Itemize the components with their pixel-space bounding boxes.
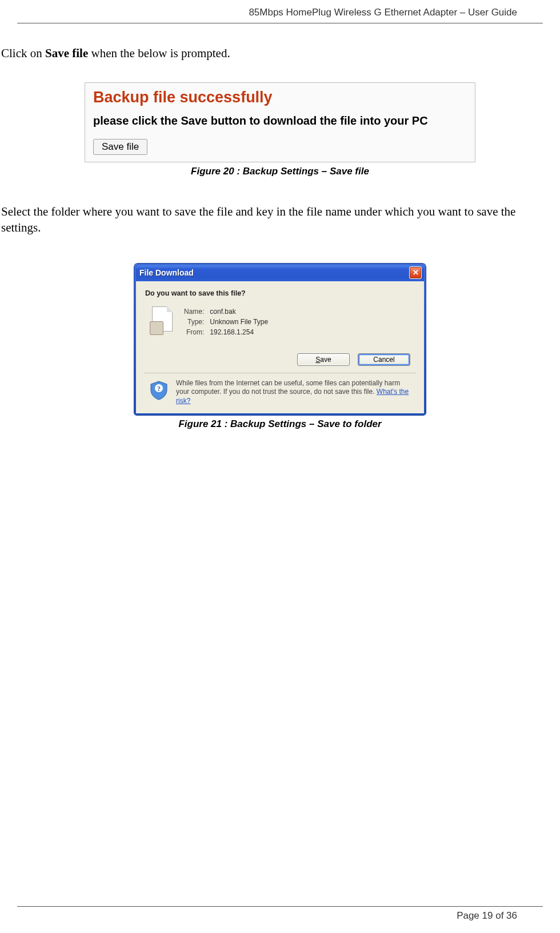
figure-21-caption: Figure 21 : Backup Settings – Save to fo… — [17, 418, 543, 430]
warning-text: While files from the Internet can be use… — [176, 379, 415, 406]
instruction-2: Select the folder where you want to save… — [1, 204, 543, 236]
instruction-1: Click on Save file when the below is pro… — [1, 46, 543, 61]
name-label: Name: — [184, 308, 210, 316]
svg-text:?: ? — [157, 385, 161, 393]
type-value: Unknown File Type — [210, 318, 268, 326]
figure-21: File Download ✕ Do you want to save this… — [17, 264, 543, 430]
dialog-title: File Download — [139, 268, 194, 277]
dialog-body: Do you want to save this file? Name: con… — [136, 281, 424, 414]
cancel-button[interactable]: Cancel — [358, 353, 410, 366]
xp-dialog: File Download ✕ Do you want to save this… — [134, 264, 426, 416]
close-icon[interactable]: ✕ — [409, 266, 422, 279]
header-rule — [17, 23, 543, 23]
warning-body: While files from the Internet can be use… — [176, 379, 400, 396]
save-button-text: ave — [320, 356, 331, 364]
backup-panel: Backup file successfully please click th… — [85, 82, 475, 162]
footer-rule — [17, 906, 543, 907]
page-footer: Page 19 of 36 — [17, 906, 543, 922]
warning-row: ? While files from the Internet can be u… — [136, 373, 424, 414]
text: Click on — [1, 46, 45, 60]
type-label: Type: — [184, 318, 210, 326]
text-bold: Save file — [45, 46, 88, 60]
from-value: 192.168.1.254 — [210, 328, 268, 336]
figure-20: Backup file successfully please click th… — [17, 82, 543, 177]
file-icon — [150, 306, 175, 334]
file-info: Name: conf.bak Type: Unknown File Type F… — [145, 305, 415, 338]
dialog-top: Do you want to save this file? Name: con… — [136, 281, 424, 346]
page-header: 85Mbps HomePlug Wireless G Ethernet Adap… — [17, 0, 543, 23]
backup-title: Backup file successfully — [93, 89, 467, 106]
shield-icon: ? — [149, 380, 169, 401]
page-number: Page 19 of 36 — [17, 910, 517, 922]
save-file-button[interactable]: Save file — [93, 139, 147, 155]
info-table: Name: conf.bak Type: Unknown File Type F… — [184, 305, 268, 338]
from-label: From: — [184, 328, 210, 336]
header-title: 85Mbps HomePlug Wireless G Ethernet Adap… — [17, 7, 517, 18]
figure-20-caption: Figure 20 : Backup Settings – Save file — [17, 166, 543, 177]
dialog-prompt: Do you want to save this file? — [145, 289, 415, 297]
titlebar: File Download ✕ — [136, 265, 424, 281]
text: when the below is prompted. — [88, 46, 230, 60]
save-button[interactable]: Save — [297, 353, 350, 366]
name-value: conf.bak — [210, 308, 268, 316]
backup-subtitle: please click the Save button to download… — [93, 114, 467, 127]
button-row: Save Cancel — [136, 346, 424, 373]
